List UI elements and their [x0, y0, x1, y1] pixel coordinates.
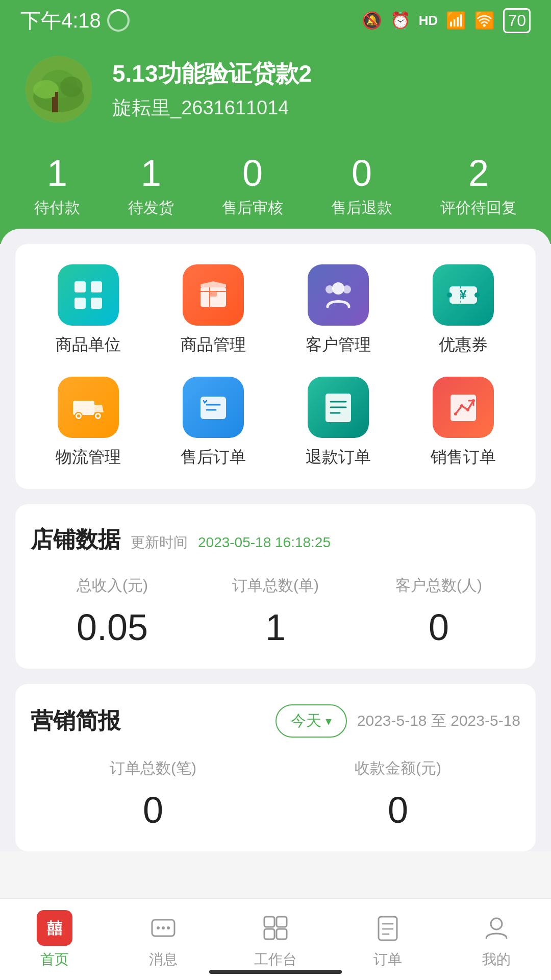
icon-grid: 商品单位 商品管理 客户管理 ¥ 优惠券 [31, 264, 520, 469]
svg-point-41 [167, 926, 170, 929]
svg-point-19 [474, 292, 480, 298]
marketing-card: 营销简报 今天 ▾ 2023-5-18 至 2023-5-18 订单总数(笔) … [15, 684, 536, 851]
svg-rect-26 [201, 397, 226, 419]
signal-icon: 📶 [446, 11, 466, 30]
marketing-data-col: 收款金额(元) 0 [276, 758, 520, 831]
svg-rect-43 [277, 917, 287, 927]
stat-item[interactable]: 0 售后审核 [222, 153, 283, 218]
svg-rect-7 [74, 281, 86, 292]
loading-icon [107, 9, 130, 32]
svg-rect-10 [91, 298, 102, 309]
svg-rect-44 [264, 929, 274, 939]
mute-icon: 🔕 [362, 11, 382, 30]
receipt-icon-box [308, 377, 369, 438]
icon-item-退款订单[interactable]: 退款订单 [281, 377, 395, 469]
svg-point-15 [343, 285, 351, 293]
home-indicator [209, 970, 342, 974]
battery-indicator: 70 [503, 8, 531, 33]
bottom-nav: 囍 首页 消息 工作台 订单 [0, 898, 551, 980]
date-range: 2023-5-18 至 2023-5-18 [357, 710, 520, 731]
svg-point-50 [491, 918, 502, 929]
update-label: 更新时间 [131, 533, 188, 552]
svg-point-25 [96, 414, 99, 418]
home-nav-icon: 囍 [37, 910, 72, 946]
profile-name: 5.13功能验证贷款2 [112, 58, 312, 90]
profile-info: 5.13功能验证贷款2 旋耘里_2631611014 [112, 58, 312, 121]
sales-icon-box [433, 377, 494, 438]
store-data-title: 店铺数据 [31, 525, 120, 555]
icon-item-商品管理[interactable]: 商品管理 [156, 264, 270, 356]
svg-point-40 [162, 926, 165, 929]
stat-item[interactable]: 1 待付款 [34, 153, 80, 218]
store-data-col: 客户总数(人) 0 [357, 575, 520, 648]
chevron-down-icon: ▾ [325, 714, 332, 728]
status-icons: 🔕 ⏰ HD 📶 🛜 70 [362, 8, 531, 33]
box-icon-box [183, 264, 244, 326]
profile-nav-icon [479, 910, 514, 946]
marketing-header: 营销简报 今天 ▾ 2023-5-18 至 2023-5-18 [31, 704, 520, 738]
svg-point-32 [454, 412, 457, 415]
svg-text:囍: 囍 [47, 919, 63, 936]
status-time: 下午4:18 [20, 7, 130, 35]
icon-item-物流管理[interactable]: 物流管理 [31, 377, 145, 469]
icon-item-售后订单[interactable]: 售后订单 [156, 377, 270, 469]
order-nav-icon [370, 910, 406, 946]
svg-rect-8 [91, 281, 102, 292]
marketing-title: 营销简报 [31, 706, 120, 736]
svg-point-23 [77, 414, 80, 418]
store-data-header: 店铺数据 更新时间 2023-05-18 16:18:25 [31, 525, 520, 555]
wifi-icon: 🛜 [474, 11, 495, 30]
store-data-col: 订单总数(单) 1 [194, 575, 357, 648]
nav-item-首页[interactable]: 囍 首页 [37, 910, 72, 969]
nav-item-我的[interactable]: 我的 [479, 910, 514, 969]
stat-item[interactable]: 0 售后退款 [331, 153, 392, 218]
nav-item-工作台[interactable]: 工作台 [254, 910, 297, 969]
refund-icon-box [183, 377, 244, 438]
svg-point-18 [447, 292, 452, 298]
svg-rect-6 [52, 97, 55, 112]
svg-point-39 [157, 926, 160, 929]
store-data-col: 总收入(元) 0.05 [31, 575, 194, 648]
svg-point-34 [466, 408, 469, 411]
store-data-card: 店铺数据 更新时间 2023-05-18 16:18:25 总收入(元) 0.0… [15, 504, 536, 669]
workbench-nav-icon [258, 910, 293, 946]
stat-item[interactable]: 1 待发货 [128, 153, 174, 218]
icon-item-优惠券[interactable]: ¥ 优惠券 [406, 264, 520, 356]
icon-item-商品单位[interactable]: 商品单位 [31, 264, 145, 356]
marketing-data-grid: 订单总数(笔) 0 收款金额(元) 0 [31, 758, 520, 831]
alarm-icon: ⏰ [390, 11, 411, 30]
today-button[interactable]: 今天 ▾ [276, 704, 347, 738]
svg-point-13 [332, 282, 344, 295]
store-data-grid: 总收入(元) 0.05 订单总数(单) 1 客户总数(人) 0 [31, 575, 520, 648]
main-content: 商品单位 商品管理 客户管理 ¥ 优惠券 [0, 229, 551, 851]
coupon-icon-box: ¥ [433, 264, 494, 326]
stat-item[interactable]: 2 评价待回复 [440, 153, 517, 218]
svg-rect-5 [55, 92, 58, 112]
icon-item-销售订单[interactable]: 销售订单 [406, 377, 520, 469]
nav-item-订单[interactable]: 订单 [370, 910, 406, 969]
quick-actions-card: 商品单位 商品管理 客户管理 ¥ 优惠券 [15, 244, 536, 489]
icon-item-客户管理[interactable]: 客户管理 [281, 264, 395, 356]
update-time: 2023-05-18 16:18:25 [198, 534, 331, 551]
svg-rect-12 [210, 291, 217, 297]
marketing-data-col: 订单总数(笔) 0 [31, 758, 276, 831]
status-bar: 下午4:18 🔕 ⏰ HD 📶 🛜 70 [0, 0, 551, 41]
svg-rect-45 [277, 929, 287, 939]
svg-rect-42 [264, 917, 274, 927]
svg-point-3 [33, 80, 59, 99]
profile-id: 旋耘里_2631611014 [112, 95, 312, 121]
nav-item-消息[interactable]: 消息 [145, 910, 181, 969]
svg-point-4 [60, 77, 83, 97]
header: 5.13功能验证贷款2 旋耘里_2631611014 [0, 41, 551, 153]
message-nav-icon [145, 910, 181, 946]
avatar [26, 56, 92, 122]
truck-icon-box [58, 377, 119, 438]
svg-point-14 [325, 285, 334, 293]
grid-icon-box [58, 264, 119, 326]
hd-icon: HD [419, 13, 438, 29]
users-icon-box [308, 264, 369, 326]
svg-rect-9 [74, 298, 86, 309]
svg-rect-11 [201, 287, 226, 307]
svg-point-33 [460, 404, 463, 407]
